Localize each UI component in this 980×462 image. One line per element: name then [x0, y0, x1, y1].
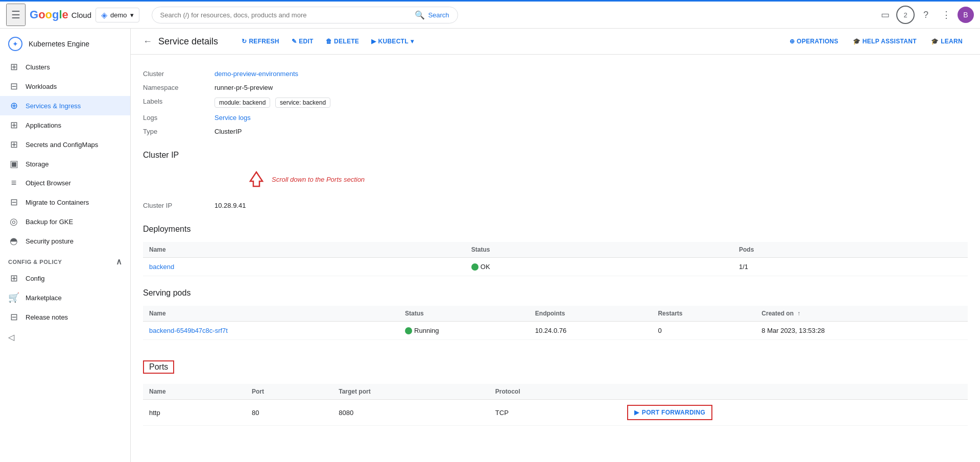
port-target-port: 8080: [332, 400, 489, 426]
namespace-value: runner-pr-5-preview: [214, 84, 273, 91]
sidebar-item-applications-label: Applications: [26, 121, 61, 129]
cast-icon-btn[interactable]: ▭: [876, 6, 894, 24]
storage-icon: ▣: [8, 158, 19, 169]
status-ok-icon: [471, 263, 479, 271]
sidebar-header: ✦ Kubernetes Engine: [0, 29, 130, 57]
config-policy-section-header[interactable]: Config & Policy ∧: [0, 251, 130, 269]
sidebar-item-secrets-configmaps[interactable]: ⊞ Secrets and ConfigMaps: [0, 135, 130, 154]
running-icon: [405, 327, 412, 334]
deployment-pods: 1/1: [733, 258, 968, 276]
content-area: Cluster demo-preview-environments Namesp…: [131, 55, 980, 450]
type-label: Type: [143, 128, 214, 135]
sidebar-item-backup-gke[interactable]: ◎ Backup for GKE: [0, 212, 130, 231]
topbar: ☰ Google Cloud ◈ demo ▾ 🔍 Search ▭ 2 ? ⋮…: [0, 0, 980, 29]
port-forwarding-icon: ▶: [634, 409, 639, 416]
cluster-ip-row: Cluster IP 10.28.9.41: [143, 199, 968, 212]
serving-pods-section-title: Serving pods: [143, 288, 968, 300]
refresh-button[interactable]: ↻ REFRESH: [236, 35, 284, 48]
notification-badge[interactable]: 2: [896, 6, 915, 24]
more-options-btn[interactable]: ⋮: [937, 6, 955, 24]
sidebar-item-backup-label: Backup for GKE: [26, 218, 73, 226]
release-notes-icon: ⊟: [8, 311, 19, 323]
sidebar-item-object-browser[interactable]: ≡ Object Browser: [0, 174, 130, 192]
help-assistant-icon: 🎓: [853, 38, 861, 45]
deployments-table: Name Status Pods backend OK: [143, 242, 968, 276]
kubectl-button[interactable]: ▶ KUBECTL ▾: [366, 35, 419, 48]
port-name: http: [143, 400, 246, 426]
sidebar-item-config-label: Config: [26, 275, 45, 282]
sidebar-item-security-posture[interactable]: ◓ Security posture: [0, 231, 130, 251]
sidebar-item-storage[interactable]: ▣ Storage: [0, 154, 130, 174]
applications-icon: ⊞: [8, 119, 19, 131]
deployment-status: OK: [465, 258, 733, 276]
services-ingress-icon: ⊕: [8, 100, 19, 111]
logs-label: Logs: [143, 114, 214, 121]
svg-marker-0: [250, 172, 262, 186]
type-value: ClusterIP: [214, 128, 242, 135]
sidebar-item-migrate-label: Migrate to Containers: [26, 199, 89, 206]
clusters-icon: ⊞: [8, 61, 19, 72]
sidebar-item-config[interactable]: ⊞ Config: [0, 269, 130, 288]
sidebar-title: Kubernetes Engine: [29, 40, 89, 48]
service-info-table: Cluster demo-preview-environments Namesp…: [143, 67, 968, 138]
port-forwarding-button[interactable]: ▶ PORT FORWARDING: [627, 405, 713, 420]
cluster-ip-value: 10.28.9.41: [214, 202, 246, 209]
sidebar-item-workloads-label: Workloads: [26, 83, 57, 90]
ports-col-port: Port: [246, 384, 332, 400]
pod-link[interactable]: backend-6549b47c8c-srf7t: [149, 327, 228, 334]
avatar[interactable]: B: [958, 7, 974, 23]
sidebar-item-applications[interactable]: ⊞ Applications: [0, 115, 130, 135]
sidebar-item-clusters[interactable]: ⊞ Clusters: [0, 57, 130, 77]
sidebar-item-services-ingress[interactable]: ⊕ Services & Ingress: [0, 96, 130, 115]
kubectl-dropdown-icon: ▾: [411, 38, 414, 45]
sidebar-item-release-notes[interactable]: ⊟ Release notes: [0, 307, 130, 327]
sidebar: ✦ Kubernetes Engine ⊞ Clusters ⊟ Workloa…: [0, 29, 131, 462]
search-icon: 🔍: [415, 10, 425, 20]
labels-label: Labels: [143, 98, 214, 105]
sidebar-item-workloads[interactable]: ⊟ Workloads: [0, 77, 130, 96]
cluster-ip-section-title: Cluster IP: [143, 151, 968, 162]
operations-button[interactable]: ⊕ OPERATIONS: [784, 35, 844, 48]
cloud-text: Cloud: [71, 11, 91, 19]
sidebar-collapse-btn[interactable]: ◁: [8, 332, 14, 342]
sidebar-footer: ◁: [0, 327, 130, 342]
labels-value: module: backend service: backend: [214, 98, 333, 108]
learn-button[interactable]: 🎓 LEARN: [926, 35, 968, 48]
pods-col-name: Name: [143, 306, 399, 322]
table-row: backend-6549b47c8c-srf7t Running 10.24.0…: [143, 322, 968, 340]
help-icon-btn[interactable]: ?: [917, 6, 935, 24]
serving-pods-header-row: Name Status Endpoints Restarts Created o…: [143, 306, 968, 322]
deployment-link[interactable]: backend: [149, 263, 174, 271]
edit-button[interactable]: ✎ EDIT: [286, 35, 319, 48]
security-icon: ◓: [8, 235, 19, 247]
cluster-ip-label: Cluster IP: [143, 202, 214, 209]
delete-button[interactable]: 🗑 DELETE: [321, 35, 364, 48]
search-button[interactable]: 🔍 Search: [415, 10, 449, 20]
cluster-link[interactable]: demo-preview-environments: [214, 70, 298, 78]
sort-arrow-icon: ↑: [797, 310, 800, 317]
ports-col-protocol: Protocol: [489, 384, 621, 400]
service-logs-link[interactable]: Service logs: [214, 114, 251, 121]
down-arrow-icon: [245, 168, 268, 190]
help-assistant-button[interactable]: 🎓 HELP ASSISTANT: [848, 35, 922, 48]
kubectl-icon: ▶: [371, 38, 376, 45]
deployments-col-pods: Pods: [733, 242, 968, 258]
sidebar-item-marketplace-label: Marketplace: [26, 294, 62, 302]
menu-icon[interactable]: ☰: [6, 4, 26, 26]
back-button[interactable]: ←: [143, 36, 152, 47]
sidebar-item-object-browser-label: Object Browser: [26, 179, 71, 187]
search-input[interactable]: [160, 11, 411, 19]
table-row: http 80 8080 TCP ▶ PORT FORWARDING: [143, 400, 968, 426]
project-selector[interactable]: ◈ demo ▾: [95, 8, 139, 22]
learn-icon: 🎓: [931, 38, 939, 45]
deployments-section-title: Deployments: [143, 225, 968, 236]
header-right-actions: ⊕ OPERATIONS 🎓 HELP ASSISTANT 🎓 LEARN: [784, 35, 968, 48]
operations-icon: ⊕: [790, 38, 795, 45]
cluster-label: Cluster: [143, 70, 214, 78]
pods-col-status: Status: [399, 306, 529, 322]
namespace-row: Namespace runner-pr-5-preview: [143, 81, 968, 94]
cluster-row: Cluster demo-preview-environments: [143, 67, 968, 81]
sidebar-item-migrate-containers[interactable]: ⊟ Migrate to Containers: [0, 192, 130, 212]
sidebar-item-marketplace[interactable]: 🛒 Marketplace: [0, 288, 130, 307]
marketplace-icon: 🛒: [8, 292, 19, 303]
